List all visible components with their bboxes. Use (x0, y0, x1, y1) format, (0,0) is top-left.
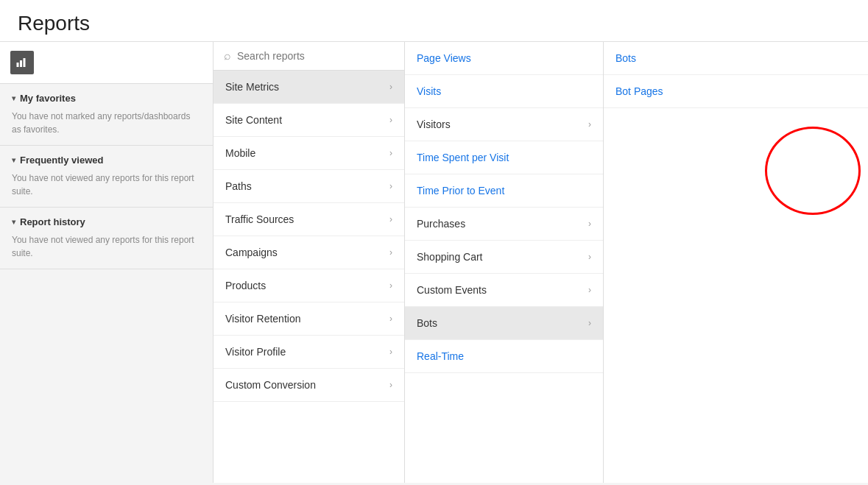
chevron-right-icon: › (389, 181, 392, 191)
mid-menu-label: Time Prior to Event (417, 185, 504, 197)
mid-menu-label: Shopping Cart (417, 251, 483, 263)
left-menu-label: Site Metrics (225, 81, 279, 93)
left-menu-label: Mobile (225, 147, 255, 159)
frequently-viewed-section: ▾ Frequently viewed You have not viewed … (0, 146, 213, 208)
mid-menu-item-bots[interactable]: Bots› (405, 307, 603, 340)
chevron-right-icon: › (389, 247, 392, 258)
left-menu-label: Products (225, 280, 266, 291)
mid-menu-item-page-views[interactable]: Page Views (405, 42, 603, 75)
frequently-viewed-label: Frequently viewed (20, 155, 103, 166)
mid-menu-label: Purchases (417, 218, 465, 230)
frequently-viewed-text: You have not viewed any reports for this… (12, 171, 201, 198)
left-menu-label: Paths (225, 180, 252, 192)
main-layout: ▾ My favorites You have not marked any r… (0, 42, 868, 483)
mid-panel: Page ViewsVisitsVisitors›Time Spent per … (405, 42, 604, 483)
chevron-right-icon: › (389, 314, 392, 324)
right-menu-label: Bot Pages (615, 85, 663, 97)
mid-menu-item-visitors[interactable]: Visitors› (405, 108, 603, 141)
left-menu-label: Custom Conversion (225, 379, 316, 391)
left-menu-item-site-content[interactable]: Site Content› (214, 104, 404, 137)
chevron-right-icon: › (588, 285, 591, 295)
page-title: Reports (18, 12, 850, 35)
chevron-right-icon: › (389, 82, 392, 92)
mid-menu-label: Visits (417, 85, 441, 97)
chevron-right-icon: › (389, 280, 392, 291)
left-menu-label: Visitor Retention (225, 313, 300, 325)
frequently-viewed-header[interactable]: ▾ Frequently viewed (12, 155, 201, 166)
my-favorites-text: You have not marked any reports/dashboar… (12, 110, 201, 136)
search-input[interactable] (237, 50, 394, 62)
mid-menu-item-time-prior-to-event[interactable]: Time Prior to Event (405, 174, 603, 208)
mid-menu-label: Page Views (417, 52, 471, 64)
annotation-circle (765, 127, 861, 215)
right-panel: BotsBot Pages (604, 42, 868, 483)
report-history-chevron: ▾ (12, 218, 15, 226)
chevron-right-icon: › (389, 347, 392, 357)
mid-menu-label: Bots (417, 317, 437, 329)
reports-icon (10, 51, 34, 74)
my-favorites-chevron: ▾ (12, 94, 15, 102)
search-icon: ⌕ (224, 49, 231, 63)
mid-menu-item-time-spent-per-visit[interactable]: Time Spent per Visit (405, 141, 603, 174)
report-history-label: Report history (20, 216, 85, 227)
left-menu-item-traffic-sources[interactable]: Traffic Sources› (214, 203, 404, 236)
left-menu-label: Site Content (225, 114, 282, 126)
left-menu-item-site-metrics[interactable]: Site Metrics› (214, 71, 404, 104)
content-area: ⌕ Site Metrics›Site Content›Mobile›Paths… (214, 42, 868, 483)
right-menu-label: Bots (615, 52, 636, 64)
left-panel: ⌕ Site Metrics›Site Content›Mobile›Paths… (214, 42, 405, 483)
my-favorites-section: ▾ My favorites You have not marked any r… (0, 84, 213, 146)
right-menu-item-bots[interactable]: Bots (604, 42, 868, 75)
chevron-right-icon: › (389, 214, 392, 224)
left-menu-label: Visitor Profile (225, 346, 286, 358)
mid-menu-item-visits[interactable]: Visits (405, 75, 603, 108)
mid-menu-item-purchases[interactable]: Purchases› (405, 208, 603, 241)
left-menu-item-custom-conversion[interactable]: Custom Conversion› (214, 369, 404, 402)
report-history-text: You have not viewed any reports for this… (12, 233, 201, 260)
left-menu-item-products[interactable]: Products› (214, 269, 404, 302)
report-history-header[interactable]: ▾ Report history (12, 216, 201, 227)
mid-menu-item-real-time[interactable]: Real-Time (405, 340, 603, 373)
frequently-viewed-chevron: ▾ (12, 156, 15, 164)
search-bar: ⌕ (214, 42, 404, 71)
left-menu-label: Traffic Sources (225, 213, 294, 225)
left-menu-item-mobile[interactable]: Mobile› (214, 137, 404, 170)
chevron-right-icon: › (389, 148, 392, 158)
report-history-section: ▾ Report history You have not viewed any… (0, 208, 213, 269)
svg-rect-0 (17, 63, 19, 67)
chevron-right-icon: › (588, 219, 591, 229)
left-menu: Site Metrics›Site Content›Mobile›Paths›T… (214, 71, 404, 402)
page-header: Reports (0, 0, 868, 42)
left-menu-item-paths[interactable]: Paths› (214, 170, 404, 203)
chevron-right-icon: › (389, 380, 392, 390)
mid-menu-item-shopping-cart[interactable]: Shopping Cart› (405, 241, 603, 274)
mid-menu-label: Visitors (417, 118, 451, 130)
right-menu-item-bot-pages[interactable]: Bot Pages (604, 75, 868, 108)
mid-menu-label: Custom Events (417, 284, 487, 296)
left-menu-item-visitor-retention[interactable]: Visitor Retention› (214, 302, 404, 336)
left-menu-item-visitor-profile[interactable]: Visitor Profile› (214, 336, 404, 369)
my-favorites-label: My favorites (20, 93, 76, 104)
chevron-right-icon: › (588, 252, 591, 262)
sidebar: ▾ My favorites You have not marked any r… (0, 42, 214, 483)
left-menu-label: Campaigns (225, 247, 278, 258)
chevron-right-icon: › (588, 318, 591, 328)
mid-menu-label: Time Spent per Visit (417, 152, 509, 163)
my-favorites-header[interactable]: ▾ My favorites (12, 93, 201, 104)
chevron-right-icon: › (588, 119, 591, 130)
left-menu-item-campaigns[interactable]: Campaigns› (214, 236, 404, 269)
svg-rect-1 (20, 60, 22, 67)
mid-menu-label: Real-Time (417, 350, 464, 362)
chevron-right-icon: › (389, 115, 392, 125)
svg-rect-2 (24, 58, 26, 67)
mid-menu-item-custom-events[interactable]: Custom Events› (405, 274, 603, 307)
